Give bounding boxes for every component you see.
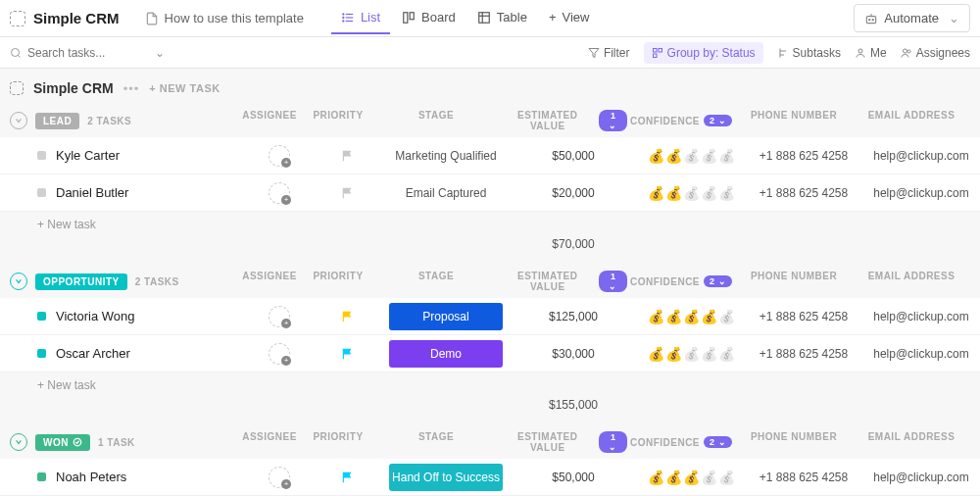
col-priority[interactable]: PRIORITY (304, 110, 372, 131)
col-email[interactable]: EMAIL ADDRESS (853, 110, 970, 131)
view-table[interactable]: Table (467, 2, 537, 34)
email-cell[interactable]: help@clickup.com (862, 310, 980, 323)
search-input[interactable] (27, 46, 145, 60)
col-phone[interactable]: PHONE NUMBER (735, 431, 853, 453)
assignees-button[interactable]: Assignees (901, 46, 970, 60)
col-confidence[interactable]: CONFIDENCE2 ⌄ (627, 431, 735, 453)
col-priority[interactable]: PRIORITY (304, 431, 372, 453)
stage-label[interactable]: Email Captured (406, 186, 487, 200)
estimated-cell[interactable]: $50,000 (510, 149, 637, 163)
col-estimated[interactable]: ESTIMATED VALUE1 ⌄ (500, 431, 627, 453)
new-task-button[interactable]: + NEW TASK (149, 82, 220, 94)
priority-cell[interactable] (314, 310, 382, 323)
status-pill[interactable]: WON (35, 434, 90, 451)
phone-cell[interactable]: +1 888 625 4258 (745, 347, 862, 361)
stage-cell[interactable]: Marketing Qualified (382, 149, 510, 163)
confidence-cell[interactable]: 💰💰💰💰💰 (637, 185, 745, 201)
status-pill[interactable]: LEAD (35, 113, 79, 129)
confidence-cell[interactable]: 💰💰💰💰💰 (637, 309, 745, 324)
stage-cell[interactable]: Email Captured (382, 186, 510, 200)
estimated-cell[interactable]: $20,000 (510, 186, 637, 200)
col-stage[interactable]: STAGE (372, 271, 500, 292)
assignee-cell[interactable] (245, 182, 314, 204)
col-priority[interactable]: PRIORITY (304, 271, 372, 292)
confidence-cell[interactable]: 💰💰💰💰💰 (637, 346, 745, 362)
email-cell[interactable]: help@clickup.com (862, 186, 980, 200)
avatar-add-icon[interactable] (269, 182, 290, 204)
email-cell[interactable]: help@clickup.com (862, 471, 980, 484)
col-assignee[interactable]: ASSIGNEE (235, 431, 304, 453)
task-name[interactable]: Daniel Butler (56, 185, 245, 200)
email-cell[interactable]: help@clickup.com (862, 347, 980, 361)
search-wrap[interactable]: ⌄ (10, 46, 167, 60)
task-row[interactable]: Kyle Carter Marketing Qualified $50,000 … (0, 137, 980, 174)
estimated-cell[interactable]: $50,000 (510, 471, 637, 484)
col-assignee[interactable]: ASSIGNEE (235, 110, 304, 131)
task-name[interactable]: Kyle Carter (56, 148, 245, 163)
chevron-down-icon[interactable]: ⌄ (155, 46, 165, 60)
new-task-row[interactable]: + New task (0, 372, 980, 398)
assignee-cell[interactable] (245, 145, 314, 167)
avatar-add-icon[interactable] (269, 306, 290, 327)
priority-cell[interactable] (314, 186, 382, 200)
stage-chip[interactable]: Proposal (389, 303, 503, 330)
task-name[interactable]: Oscar Archer (56, 346, 245, 361)
assignee-cell[interactable] (245, 306, 314, 327)
stage-cell[interactable]: Demo (382, 340, 510, 368)
avatar-add-icon[interactable] (269, 467, 290, 488)
view-board[interactable]: Board (392, 2, 466, 34)
stage-label[interactable]: Marketing Qualified (395, 149, 496, 163)
email-cell[interactable]: help@clickup.com (862, 149, 980, 163)
me-button[interactable]: Me (855, 46, 887, 60)
estimated-cell[interactable]: $125,000 (510, 310, 637, 323)
collapse-toggle[interactable] (10, 433, 27, 451)
collapse-toggle[interactable] (10, 112, 27, 129)
group-by-button[interactable]: Group by: Status (644, 42, 763, 64)
col-phone[interactable]: PHONE NUMBER (735, 271, 853, 292)
col-email[interactable]: EMAIL ADDRESS (853, 431, 970, 453)
col-confidence[interactable]: CONFIDENCE2 ⌄ (627, 271, 735, 292)
col-estimated[interactable]: ESTIMATED VALUE1 ⌄ (500, 110, 627, 131)
task-row[interactable]: Noah Peters Hand Off to Success $50,000 … (0, 459, 980, 496)
phone-cell[interactable]: +1 888 625 4258 (745, 471, 862, 484)
view-list[interactable]: List (331, 2, 390, 34)
filter-button[interactable]: Filter (588, 46, 630, 60)
confidence-cell[interactable]: 💰💰💰💰💰 (637, 470, 745, 485)
template-link[interactable]: How to use this template (137, 7, 312, 29)
col-stage[interactable]: STAGE (372, 110, 500, 131)
col-stage[interactable]: STAGE (372, 431, 500, 453)
new-task-row[interactable]: + New task (0, 212, 980, 237)
task-name[interactable]: Victoria Wong (56, 309, 245, 323)
stage-cell[interactable]: Hand Off to Success (382, 464, 510, 491)
collapse-toggle[interactable] (10, 273, 27, 290)
priority-cell[interactable] (314, 471, 382, 484)
priority-cell[interactable] (314, 149, 382, 163)
phone-cell[interactable]: +1 888 625 4258 (745, 149, 862, 163)
task-row[interactable]: Oscar Archer Demo $30,000 💰💰💰💰💰 +1 888 6… (0, 335, 980, 372)
view-add[interactable]: + View (539, 2, 600, 34)
stage-chip[interactable]: Hand Off to Success (389, 464, 503, 491)
task-row[interactable]: Victoria Wong Proposal $125,000 💰💰💰💰💰 +1… (0, 298, 980, 335)
confidence-cell[interactable]: 💰💰💰💰💰 (637, 148, 745, 164)
col-estimated[interactable]: ESTIMATED VALUE1 ⌄ (500, 271, 627, 292)
col-confidence[interactable]: CONFIDENCE2 ⌄ (627, 110, 735, 131)
task-name[interactable]: Noah Peters (56, 470, 245, 484)
col-phone[interactable]: PHONE NUMBER (735, 110, 853, 131)
col-email[interactable]: EMAIL ADDRESS (853, 271, 970, 292)
assignee-cell[interactable] (245, 343, 314, 365)
subtasks-button[interactable]: Subtasks (777, 46, 841, 60)
estimated-cell[interactable]: $30,000 (510, 347, 637, 361)
task-row[interactable]: Daniel Butler Email Captured $20,000 💰💰💰… (0, 174, 980, 212)
col-assignee[interactable]: ASSIGNEE (235, 271, 304, 292)
stage-cell[interactable]: Proposal (382, 303, 510, 330)
stage-chip[interactable]: Demo (389, 340, 503, 368)
avatar-add-icon[interactable] (269, 343, 290, 365)
more-icon[interactable]: ••• (123, 81, 140, 96)
priority-cell[interactable] (314, 347, 382, 361)
avatar-add-icon[interactable] (269, 145, 290, 167)
automate-button[interactable]: Automate ⌄ (854, 4, 970, 32)
status-pill[interactable]: OPPORTUNITY (35, 273, 127, 290)
phone-cell[interactable]: +1 888 625 4258 (745, 310, 862, 323)
phone-cell[interactable]: +1 888 625 4258 (745, 186, 862, 200)
assignee-cell[interactable] (245, 467, 314, 488)
